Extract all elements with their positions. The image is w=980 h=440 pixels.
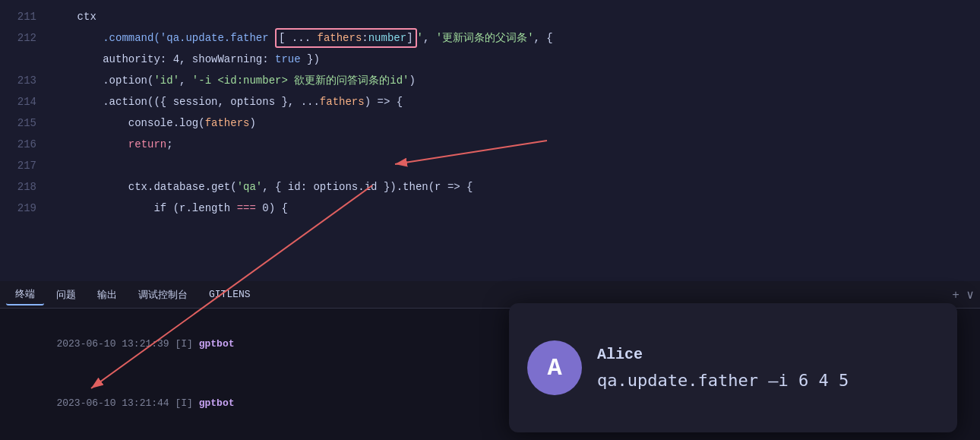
line-num-blank xyxy=(0,49,36,70)
code-text: === xyxy=(237,198,256,219)
code-text: number xyxy=(368,32,406,44)
chat-content: Alice qa.update.father –i 6 4 5 xyxy=(597,346,939,390)
code-text: ; xyxy=(166,134,172,155)
line-num-213: 213 xyxy=(0,70,36,91)
code-text: 'id' xyxy=(153,70,179,91)
code-text: authority: 4, showWarning: xyxy=(52,49,275,70)
code-text: .command('qa.update.father xyxy=(52,27,269,49)
chat-popup: A Alice qa.update.father –i 6 4 5 xyxy=(509,303,957,432)
code-line-213: .option('id', '-i <id:number> 欲更新的问答词条的i… xyxy=(52,70,980,91)
log-line-1: 2023-06-10 13:21:39 [I] gptbot xyxy=(9,315,302,374)
code-text: }) xyxy=(301,49,320,70)
code-text: , { xyxy=(534,27,553,49)
code-text: , xyxy=(179,70,192,91)
tab-gitlens[interactable]: GITLENS xyxy=(200,286,260,303)
log-line-2: 2023-06-10 13:21:44 [I] gptbot xyxy=(9,374,302,433)
log-level: [I] xyxy=(175,338,198,350)
code-text xyxy=(269,27,275,49)
code-line-216: return; xyxy=(52,134,980,155)
line-num-214: 214 xyxy=(0,91,36,112)
code-editor: 211 212 213 214 215 216 217 218 219 ctx … xyxy=(0,0,980,281)
log-level: [I] xyxy=(175,397,198,409)
code-text: : xyxy=(362,32,368,44)
line-num-212: 212 xyxy=(0,27,36,49)
fathers-param: fathers xyxy=(317,32,362,44)
code-text: ) xyxy=(249,112,255,134)
code-text: ctx.database.get( xyxy=(52,176,237,198)
code-line-214: .action(({ session, options }, ...father… xyxy=(52,91,980,112)
code-text: , { id: options.id }).then(r => { xyxy=(262,176,473,198)
code-line-219: if (r.length === 0) { xyxy=(52,198,980,219)
code-line-217 xyxy=(52,155,980,176)
code-text: true xyxy=(275,49,301,70)
fathers-param-214: fathers xyxy=(320,91,365,112)
avatar: A xyxy=(527,340,582,395)
chat-message: qa.update.father –i 6 4 5 xyxy=(597,371,939,390)
line-num-216: 216 xyxy=(0,134,36,155)
log-bot: gptbot xyxy=(199,397,235,409)
log-timestamp: 2023-06-10 13:21:44 xyxy=(56,397,175,409)
line-num-215: 215 xyxy=(0,112,36,134)
tab-problems[interactable]: 问题 xyxy=(47,285,85,305)
code-text: if (r.length xyxy=(52,198,237,219)
line-num-217: 217 xyxy=(0,155,36,176)
chat-username: Alice xyxy=(597,346,939,363)
code-text: ctx xyxy=(52,6,96,27)
code-text: console.log( xyxy=(52,112,205,134)
code-text: '-i <id:number> 欲更新的问答词条的id' xyxy=(192,70,409,91)
code-text: .option( xyxy=(52,70,153,91)
add-terminal-button[interactable]: + ∨ xyxy=(952,287,974,302)
code-lines: ctx .command('qa.update.father [ ... fat… xyxy=(46,0,980,281)
line-numbers: 211 212 213 214 215 216 217 218 219 xyxy=(0,0,46,281)
log-line-3: 2023-06-10 13:21:46 [I] gptbot xyxy=(9,433,302,440)
code-text: '更新词条的父词条' xyxy=(436,27,534,49)
code-text: 'qa' xyxy=(237,176,263,198)
code-line-211: ctx xyxy=(52,6,980,27)
code-line-218: ctx.database.get('qa', { id: options.id … xyxy=(52,176,980,198)
code-line-212b: authority: 4, showWarning: true }) xyxy=(52,49,980,70)
log-bot: gptbot xyxy=(199,338,235,350)
tab-terminal[interactable]: 终端 xyxy=(6,284,44,305)
code-text: ] xyxy=(406,32,413,44)
terminal-log: 2023-06-10 13:21:39 [I] gptbot 2023-06-1… xyxy=(0,309,311,440)
fathers-param-215: fathers xyxy=(205,112,250,134)
code-text xyxy=(52,134,128,155)
code-line-215: console.log(fathers) xyxy=(52,112,980,134)
code-text: ' xyxy=(417,27,423,49)
line-num-219: 219 xyxy=(0,198,36,219)
return-keyword: return xyxy=(128,134,166,155)
code-text: .action(({ session, options }, ... xyxy=(52,91,320,112)
tab-debug-console[interactable]: 调试控制台 xyxy=(129,285,197,305)
code-text: 0) { xyxy=(256,198,288,219)
code-text: ) => { xyxy=(365,91,403,112)
tab-output[interactable]: 输出 xyxy=(88,285,126,305)
log-timestamp: 2023-06-10 13:21:39 xyxy=(56,338,175,350)
line-num-211: 211 xyxy=(0,6,36,27)
code-text: , xyxy=(423,27,436,49)
code-text: ) xyxy=(409,70,415,91)
code-text: ... xyxy=(285,32,317,44)
line-num-218: 218 xyxy=(0,176,36,198)
fathers-highlight-box: [ ... fathers:number] xyxy=(275,28,416,48)
code-line-212: .command('qa.update.father [ ... fathers… xyxy=(52,27,980,49)
